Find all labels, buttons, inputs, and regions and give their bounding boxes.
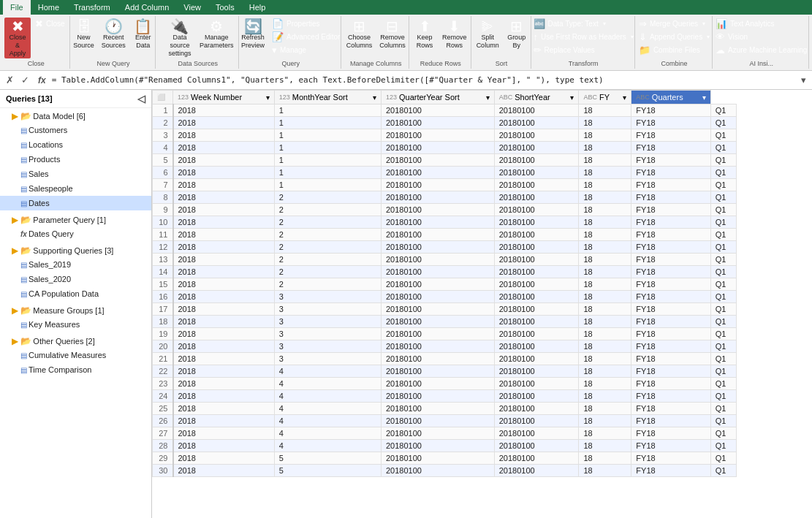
keep-rows-button[interactable]: ⬆ KeepRows: [411, 18, 438, 51]
cell-24-3[interactable]: 20180100: [381, 403, 494, 415]
manage-parameters-button[interactable]: ⚙ ManageParameters: [200, 18, 235, 51]
cell-7-2[interactable]: 2: [274, 191, 381, 204]
sidebar-item-sales_2019[interactable]: ▤Sales_2019: [0, 257, 151, 272]
manage-button[interactable]: ▾ Manage: [269, 44, 343, 56]
cell-2-4[interactable]: 20180100: [494, 129, 579, 142]
cell-27-2[interactable]: 4: [274, 440, 381, 452]
cell-20-2[interactable]: 3: [274, 353, 381, 365]
cell-20-4[interactable]: 20180100: [494, 353, 579, 365]
cell-14-5[interactable]: 18: [579, 278, 631, 291]
sidebar-item-dates-query[interactable]: fxDates Query: [0, 226, 151, 241]
cell-2-6[interactable]: FY18: [631, 129, 710, 142]
cell-21-5[interactable]: 18: [579, 365, 631, 378]
cell-3-5[interactable]: 18: [579, 142, 631, 154]
cell-25-7[interactable]: Q1: [710, 415, 736, 427]
cell-12-6[interactable]: FY18: [631, 254, 710, 266]
cell-28-5[interactable]: 18: [579, 452, 631, 465]
cell-19-4[interactable]: 20180100: [494, 340, 579, 353]
tab-view[interactable]: View: [176, 0, 208, 15]
cell-27-3[interactable]: 20180100: [381, 440, 494, 452]
cell-16-7[interactable]: Q1: [710, 303, 736, 316]
cell-20-6[interactable]: FY18: [631, 353, 710, 365]
cell-0-7[interactable]: Q1: [710, 104, 736, 117]
cell-13-5[interactable]: 18: [579, 266, 631, 278]
cell-21-3[interactable]: 20180100: [381, 365, 494, 378]
append-queries-button[interactable]: ⇓ Append Queries ▾: [636, 31, 713, 43]
cell-1-5[interactable]: 18: [579, 117, 631, 129]
new-source-button[interactable]: 🗄 NewSource: [70, 18, 97, 51]
cell-19-5[interactable]: 18: [579, 340, 631, 353]
cell-28-3[interactable]: 20180100: [381, 452, 494, 465]
cell-23-5[interactable]: 18: [579, 390, 631, 403]
cell-1-2[interactable]: 1: [274, 117, 381, 129]
cell-9-2[interactable]: 2: [274, 216, 381, 229]
cell-18-3[interactable]: 20180100: [381, 328, 494, 340]
col-filter-button[interactable]: ▾: [623, 94, 626, 102]
cell-24-1[interactable]: 2018: [173, 403, 275, 415]
cell-22-3[interactable]: 20180100: [381, 378, 494, 390]
cell-16-6[interactable]: FY18: [631, 303, 710, 316]
formula-text[interactable]: = Table.AddColumn(#"Renamed Columns1", "…: [52, 75, 795, 85]
cell-29-7[interactable]: Q1: [710, 465, 736, 477]
formula-cancel-button[interactable]: ✗: [3, 75, 17, 85]
cell-25-4[interactable]: 20180100: [494, 415, 579, 427]
cell-3-2[interactable]: 1: [274, 142, 381, 154]
cell-11-6[interactable]: FY18: [631, 241, 710, 254]
cell-5-3[interactable]: 20180100: [381, 167, 494, 179]
cell-15-4[interactable]: 20180100: [494, 291, 579, 303]
cell-26-4[interactable]: 20180100: [494, 427, 579, 440]
cell-9-1[interactable]: 2018: [173, 216, 275, 229]
cell-6-1[interactable]: 2018: [173, 179, 275, 191]
cell-21-4[interactable]: 20180100: [494, 365, 579, 378]
cell-22-6[interactable]: FY18: [631, 378, 710, 390]
cell-13-6[interactable]: FY18: [631, 266, 710, 278]
cell-21-2[interactable]: 4: [274, 365, 381, 378]
cell-15-1[interactable]: 2018: [173, 291, 275, 303]
cell-8-2[interactable]: 2: [274, 204, 381, 216]
cell-5-1[interactable]: 2018: [173, 167, 275, 179]
cell-16-3[interactable]: 20180100: [381, 303, 494, 316]
cell-17-4[interactable]: 20180100: [494, 316, 579, 328]
sidebar-toggle-button[interactable]: ◁: [137, 93, 145, 104]
refresh-preview-button[interactable]: 🔄 RefreshPreview: [238, 18, 267, 51]
cell-10-3[interactable]: 20180100: [381, 229, 494, 241]
cell-5-7[interactable]: Q1: [710, 167, 736, 179]
cell-19-3[interactable]: 20180100: [381, 340, 494, 353]
sidebar-item-sales[interactable]: ▤Sales: [0, 167, 151, 181]
cell-14-4[interactable]: 20180100: [494, 278, 579, 291]
cell-26-6[interactable]: FY18: [631, 427, 710, 440]
grid-wrapper[interactable]: ⬜ 123 Week Number ▾ 123 MonthYear Sort ▾…: [152, 90, 812, 518]
cell-1-4[interactable]: 20180100: [494, 117, 579, 129]
sidebar-group[interactable]: ▶ 📂Parameter Query [1]fxDates Query: [0, 212, 151, 243]
cell-20-5[interactable]: 18: [579, 353, 631, 365]
tab-tools[interactable]: Tools: [208, 0, 242, 15]
cell-29-6[interactable]: FY18: [631, 465, 710, 477]
close-apply-button[interactable]: ✖ Close &Apply: [4, 18, 31, 58]
cell-12-7[interactable]: Q1: [710, 254, 736, 266]
cell-6-6[interactable]: FY18: [631, 179, 710, 191]
cell-1-6[interactable]: FY18: [631, 117, 710, 129]
cell-8-6[interactable]: FY18: [631, 204, 710, 216]
cell-1-7[interactable]: Q1: [710, 117, 736, 129]
cell-10-1[interactable]: 2018: [173, 229, 275, 241]
sidebar-item-ca-population-data[interactable]: ▤CA Population Data: [0, 286, 151, 301]
sidebar-item-products[interactable]: ▤Products: [0, 152, 151, 167]
cell-9-5[interactable]: 18: [579, 216, 631, 229]
cell-9-3[interactable]: 20180100: [381, 216, 494, 229]
sidebar-item-time-comparison[interactable]: ▤Time Comparison: [0, 362, 151, 377]
cell-5-2[interactable]: 1: [274, 167, 381, 179]
tab-transform[interactable]: Transform: [67, 0, 118, 15]
cell-4-1[interactable]: 2018: [173, 154, 275, 167]
cell-3-3[interactable]: 20180100: [381, 142, 494, 154]
cell-7-6[interactable]: FY18: [631, 191, 710, 204]
cell-14-1[interactable]: 2018: [173, 278, 275, 291]
cell-17-1[interactable]: 2018: [173, 316, 275, 328]
cell-12-2[interactable]: 2: [274, 254, 381, 266]
cell-4-5[interactable]: 18: [579, 154, 631, 167]
cell-2-7[interactable]: Q1: [710, 129, 736, 142]
col-filter-button[interactable]: ▾: [373, 94, 376, 102]
cell-16-4[interactable]: 20180100: [494, 303, 579, 316]
cell-6-3[interactable]: 20180100: [381, 179, 494, 191]
cell-25-2[interactable]: 4: [274, 415, 381, 427]
cell-7-4[interactable]: 20180100: [494, 191, 579, 204]
